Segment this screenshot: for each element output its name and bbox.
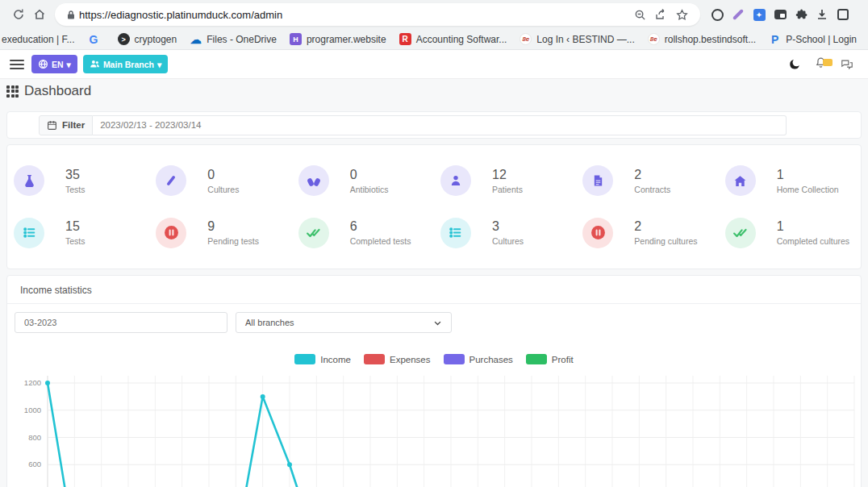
url-input[interactable] (79, 9, 629, 21)
branch-button[interactable]: Main Branch ▾ (83, 55, 168, 73)
svg-text:1200: 1200 (24, 378, 41, 387)
stat-item: 6Completed tests (292, 207, 434, 260)
chat-icon[interactable] (841, 58, 853, 70)
stat-value: 0 (207, 168, 239, 182)
language-label: EN (52, 60, 64, 69)
test-tube-icon (156, 165, 186, 196)
bookmark-item[interactable]: > cryptogen (111, 31, 184, 48)
stat-item: 2Contracts (576, 155, 718, 207)
stat-value: 12 (492, 168, 523, 182)
stat-label: Cultures (492, 236, 524, 246)
stat-value: 2 (634, 219, 697, 234)
purple-site-favicon: H (290, 33, 302, 45)
stat-value: 35 (65, 168, 86, 182)
bookmark-item[interactable]: 8e Log In ‹ BESTIND —... (513, 31, 641, 48)
branch-select-value: All branches (245, 318, 294, 327)
bookmark-item[interactable]: H programer.website (283, 31, 393, 48)
bookmarks-overflow-chevron[interactable]: » (863, 33, 868, 45)
branch-select[interactable]: All branches (236, 312, 452, 333)
stat-item: 1Home Collection (719, 155, 861, 207)
extension-swirl-icon[interactable] (707, 4, 728, 25)
legend-label: Income (320, 355, 351, 364)
stat-label: Home Collection (777, 185, 839, 194)
chevron-down-icon: ▾ (67, 60, 71, 69)
google-g-favicon: G (88, 33, 100, 45)
stat-label: Contracts (634, 185, 670, 194)
bookmark-label: Log In ‹ BESTIND —... (536, 34, 634, 45)
side-panel-icon[interactable] (833, 4, 853, 25)
download-icon[interactable] (812, 4, 833, 25)
dashboard-grid-icon (6, 85, 19, 98)
stat-label: Pending tests (207, 236, 259, 246)
globe-icon (38, 59, 48, 69)
stat-value: 6 (350, 219, 411, 234)
income-chart: 120010008006004002000 (7, 371, 861, 487)
share-icon[interactable] (650, 4, 671, 25)
svg-text:1000: 1000 (24, 406, 41, 414)
bookmark-item[interactable]: P P-School | Login (762, 31, 863, 48)
moon-icon[interactable] (789, 58, 801, 70)
extensions-puzzle-icon[interactable] (791, 4, 812, 25)
bookmark-label: exeducation | F... (2, 34, 75, 45)
dashboard-page: Dashboard Filter 35Tests0Cultures0Antibi… (0, 80, 868, 487)
stat-label: Pending cultures (634, 236, 697, 246)
zoom-out-icon[interactable] (629, 4, 650, 25)
page-title-text: Dashboard (24, 83, 91, 99)
pen-extension-icon[interactable] (728, 4, 749, 25)
language-button[interactable]: EN ▾ (31, 55, 77, 73)
browser-toolbar: ✦ (0, 0, 868, 29)
address-bar[interactable] (55, 3, 700, 26)
chevron-down-icon: ▾ (157, 60, 161, 69)
legend-label: Expenses (390, 355, 431, 364)
home-icon (725, 165, 756, 196)
svg-text:800: 800 (28, 433, 41, 442)
legend-item[interactable]: Profit (526, 354, 574, 364)
legend-swatch (444, 354, 465, 364)
stat-value: 2 (634, 168, 670, 182)
stat-item: 35Tests (7, 155, 149, 207)
stat-item: 0Antibiotics (292, 155, 434, 207)
legend-swatch (294, 354, 315, 364)
legend-label: Profit (552, 355, 574, 364)
legend-item[interactable]: Expenses (364, 354, 431, 364)
bing-ai-icon[interactable]: ✦ (749, 4, 770, 25)
bookmark-label: programer.website (307, 34, 386, 45)
bestind-8e-favicon: 8e (648, 33, 660, 45)
legend-item[interactable]: Income (294, 354, 351, 364)
bookmark-item[interactable]: 8e rollshop.bestindsoft... (641, 31, 762, 48)
stat-item: 3Cultures (434, 207, 576, 260)
users-icon (90, 59, 100, 69)
month-input[interactable] (15, 312, 227, 333)
filter-card: Filter (6, 111, 862, 139)
branch-label: Main Branch (103, 60, 154, 69)
flask-icon (14, 165, 44, 196)
stat-item: 12Patients (434, 155, 576, 207)
stat-value: 1 (777, 168, 839, 182)
bookmark-item[interactable]: exeducation | F... (0, 31, 81, 48)
menu-icon[interactable] (10, 60, 24, 69)
stat-value: 0 (350, 168, 389, 182)
home-icon[interactable] (29, 4, 50, 25)
income-card: Income statistics All branches IncomeExp… (6, 275, 862, 487)
star-icon[interactable] (671, 4, 692, 25)
date-range-input[interactable] (93, 115, 787, 135)
stat-item: 9Pending tests (149, 207, 291, 260)
stat-label: Tests (65, 185, 86, 194)
bookmark-item[interactable]: G (81, 31, 111, 48)
stat-label: Completed cultures (777, 236, 849, 246)
notifications-bell-icon[interactable] (815, 56, 827, 72)
reload-icon[interactable] (8, 4, 29, 25)
stat-label: Cultures (207, 185, 239, 194)
bookmark-item[interactable]: ☁ Files - OneDrive (183, 31, 283, 48)
chevron-down-icon (433, 318, 442, 327)
stat-value: 15 (65, 219, 86, 234)
stat-label: Patients (492, 185, 523, 194)
picture-in-picture-icon[interactable] (770, 4, 791, 25)
chart-legend: IncomeExpensesPurchasesProfit (7, 354, 861, 364)
red-r-favicon: R (399, 33, 411, 45)
bookmark-item[interactable]: R Accounting Softwar... (393, 31, 514, 48)
pause-icon (156, 218, 186, 248)
lock-icon (63, 4, 79, 25)
legend-item[interactable]: Purchases (444, 354, 513, 364)
stat-item: 0Cultures (149, 155, 291, 207)
